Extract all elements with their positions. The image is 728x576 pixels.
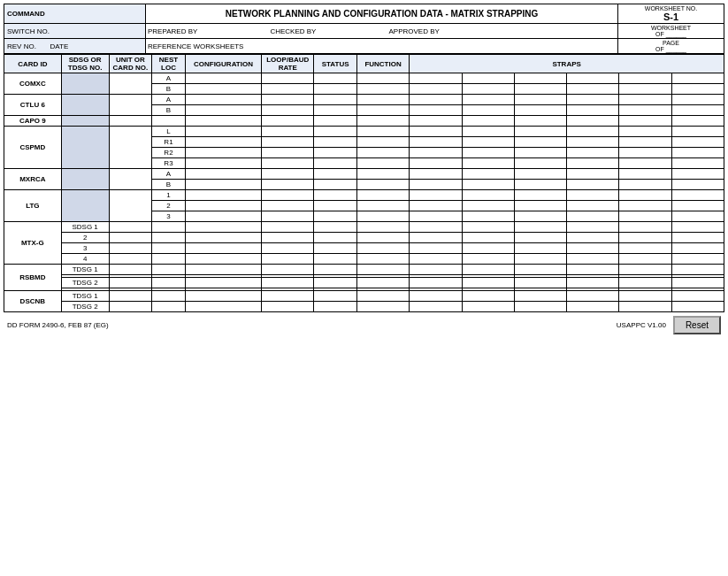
table-row: CSPMD L: [4, 127, 724, 137]
table-row: MXRCA A: [4, 169, 724, 180]
form-name: DD FORM 2490-6, FEB 87 (EG): [7, 321, 109, 329]
table-row: LTG 1: [4, 190, 724, 201]
command-label: COMMAND: [4, 4, 146, 24]
table-row: COMXC A: [4, 73, 724, 84]
checked-by-label: CHECKED BY: [270, 27, 316, 35]
page: COMMAND NETWORK PLANNING AND CONFIGURATI…: [0, 0, 728, 576]
col-status: STATUS: [314, 55, 357, 73]
page-of: PAGE OF ______: [618, 39, 724, 54]
col-unit-card: UNIT OR CARD NO.: [109, 55, 152, 73]
table-row: RSBMD TDSG 1: [4, 265, 724, 275]
col-loop-baud: LOOP/BAUD RATE: [262, 55, 314, 73]
version-label: USAPPC V1.00: [617, 321, 666, 329]
rev-date: REV NO. DATE: [4, 39, 146, 54]
col-card-id: CARD ID: [4, 55, 62, 73]
table-row: CTLU 6 A: [4, 95, 724, 105]
col-nest: NEST LOC: [152, 55, 186, 73]
table-row: 4: [4, 254, 724, 265]
reset-button[interactable]: Reset: [673, 316, 721, 334]
table-row: TDSG 2: [4, 278, 724, 288]
col-function: FUNCTION: [356, 55, 409, 73]
prepared-by-label: PREPARED BY: [148, 27, 197, 35]
approved-by-label: APPROVED BY: [389, 27, 440, 35]
table-row: 3: [4, 243, 724, 254]
footer: DD FORM 2490-6, FEB 87 (EG) USAPPC V1.00…: [4, 314, 724, 336]
page-title: NETWORK PLANNING AND CONFIGURATION DATA …: [146, 4, 618, 24]
reference-worksheets: REFERENCE WORKSHEETS: [146, 39, 618, 54]
worksheet-of: WORKSHEET OF ______: [618, 24, 724, 39]
col-straps: STRAPS: [410, 55, 724, 73]
worksheet-no-label: WORKSHEET NO. S-1: [618, 4, 724, 24]
switch-no-label: SWITCH NO.: [4, 24, 146, 39]
col-sdsg: SDSG OR TDSG NO.: [61, 55, 109, 73]
table-row: MTX-G SDSG 1: [4, 222, 724, 233]
table-row: DSCNB TDSG 1: [4, 291, 724, 302]
col-configuration: CONFIGURATION: [185, 55, 261, 73]
table-row: CAPO 9: [4, 116, 724, 127]
worksheet-no-value: S-1: [620, 12, 722, 22]
table-row: TDSG 2: [4, 302, 724, 312]
table-row: 2: [4, 233, 724, 243]
prepared-checked-approved: PREPARED BY CHECKED BY APPROVED BY: [146, 24, 618, 39]
